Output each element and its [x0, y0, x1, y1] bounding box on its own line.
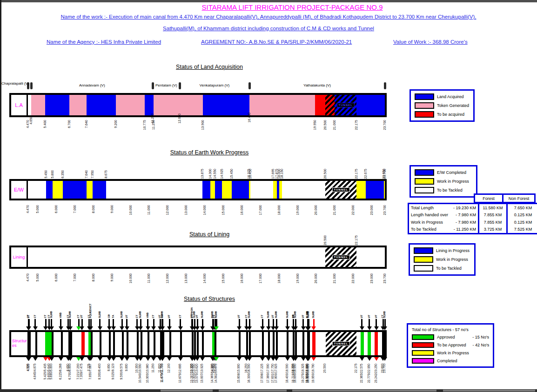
structure-bottom-arrow — [27, 357, 31, 361]
structure-bottom-arrow — [178, 357, 183, 361]
bar-segment — [45, 95, 69, 115]
structure-top-arrow — [247, 326, 252, 330]
legend-swatch — [415, 169, 434, 176]
bar-segment — [87, 181, 92, 199]
axis-tick: 7.000 — [73, 205, 76, 213]
structure-stem — [369, 319, 370, 327]
structure-type-label: SLRB — [139, 311, 142, 318]
structure-bar — [122, 332, 124, 355]
bar-segment — [282, 181, 326, 199]
structure-type-label: TA — [112, 315, 115, 318]
legend-item: To be Approved- 42 No's — [412, 342, 489, 348]
axis-tick: 12.000 — [166, 273, 169, 283]
bar-segment — [273, 181, 276, 199]
legend-swatch — [414, 265, 433, 272]
structure-type-label: UT — [196, 315, 199, 318]
structure-bottom-arrow — [200, 357, 205, 361]
axis-tick: 4.845/4.875 — [34, 364, 37, 379]
structure-stem — [69, 319, 71, 327]
village-boundary-mark — [248, 82, 251, 89]
axis-tick: 23.000 — [370, 273, 373, 283]
structure-top-arrow — [360, 326, 364, 330]
structure-stem — [246, 319, 247, 327]
legend-title: Total no of Structures - 57 no's — [412, 327, 489, 332]
scrollbar-segment[interactable] — [443, 390, 535, 392]
bar-segment — [356, 95, 385, 115]
forest-table-body: Total Length- 19.230 KM11.580 KM7.650 KM… — [408, 203, 537, 234]
legend-label: To be Tackled — [437, 188, 463, 193]
legend-swatch — [415, 178, 434, 185]
axis-tick: 18.830/18.950 — [294, 364, 297, 383]
forest-table-header: ForestNon Forest — [474, 193, 536, 203]
bar-segment — [202, 181, 210, 199]
structure-top-arrow — [111, 326, 116, 330]
structure-top-arrow — [98, 326, 102, 330]
structure-top-arrow — [151, 326, 156, 330]
structure-stem — [276, 319, 277, 327]
axis-tick: 19.000 — [296, 205, 299, 215]
legend-swatch — [412, 342, 434, 348]
structure-type-label: SLRB — [267, 311, 270, 318]
structure-stem — [48, 319, 50, 327]
project-status-sheet: SITARAMA LIFT IRRIGATION PROJECT-PACKAGE… — [0, 0, 537, 392]
village-label: Chapralapalli (V) — [1, 81, 29, 86]
structure-type-label: SLRB — [286, 311, 289, 318]
axis-tick: 9.500/9.575 — [120, 364, 123, 379]
scrollbar-segment[interactable] — [219, 390, 287, 392]
structures-top-markers: CTUTCTCTCTSLRBVRBCTSLRBCTUTCTAQUEDUCTSLR… — [28, 301, 385, 330]
structure-bottom-arrow — [120, 357, 124, 361]
scrollbar-segment[interactable] — [292, 390, 436, 392]
axis-tick: 15.000 — [222, 273, 225, 283]
structure-stem — [121, 319, 123, 327]
axis-tick: 22.000 — [351, 273, 355, 283]
axis-tick: 21.000 — [333, 273, 336, 283]
legend-label: Approved — [437, 335, 455, 339]
structure-type-label: UT — [368, 315, 371, 318]
structures-bottom-markers — [28, 357, 385, 363]
tunnel-segment: TUNNEL — [326, 332, 357, 355]
structure-bottom-arrow — [367, 357, 372, 361]
legend-label: To be Approved — [437, 343, 466, 347]
table-forest-value: 3.725 KM — [478, 226, 506, 233]
structure-type-label: SLRB — [161, 311, 164, 318]
structure-bottom-arrow — [293, 357, 298, 361]
structure-bar — [197, 332, 199, 355]
axis-tick: 12.650 — [178, 113, 181, 123]
bar-segment — [325, 95, 335, 115]
structure-bottom-arrow — [146, 357, 150, 361]
structure-type-label: SLRB — [50, 311, 53, 318]
structure-type-label: SLRB — [275, 311, 278, 318]
ew-bar: E/W TUNNEL — [9, 179, 387, 200]
bar-segment — [210, 181, 215, 199]
horizontal-scrollbar[interactable] — [0, 389, 537, 392]
legend-swatch — [415, 111, 434, 118]
bar-segment — [249, 95, 315, 115]
legend-swatch — [415, 102, 434, 109]
ew-legend: E/W CompletedWork in ProgressTo be Tackl… — [409, 165, 477, 198]
structure-bottom-arrow — [111, 357, 116, 361]
structure-top-arrow — [214, 326, 219, 330]
structure-bar — [29, 332, 31, 355]
bar-segment — [93, 181, 106, 199]
legend-swatch — [415, 93, 434, 100]
axis-tick: 22.775/22.950 — [368, 364, 371, 383]
village-label: Pentalam (V) — [155, 83, 177, 87]
structure-type-label: UT — [81, 315, 83, 318]
structure-top-arrow — [306, 326, 311, 330]
structure-stem — [213, 319, 214, 327]
structure-bar — [194, 332, 196, 355]
structure-bottom-arrow — [195, 357, 200, 361]
structure-top-arrow — [274, 326, 279, 330]
axis-tick: 7.640 — [85, 120, 88, 128]
legend-label: E/W Completed — [437, 170, 466, 175]
legend-swatch — [412, 350, 434, 356]
bar-segment — [215, 181, 222, 199]
axis-tick: 9.000 — [110, 205, 114, 213]
structure-stem — [136, 319, 138, 327]
legend-label: Work in Progress — [437, 351, 469, 355]
structure-bottom-arrow — [68, 357, 73, 361]
structure-bar — [137, 332, 139, 355]
scrollbar-segment[interactable] — [161, 390, 213, 392]
bar-segment — [356, 247, 385, 267]
structure-stem — [51, 319, 52, 327]
